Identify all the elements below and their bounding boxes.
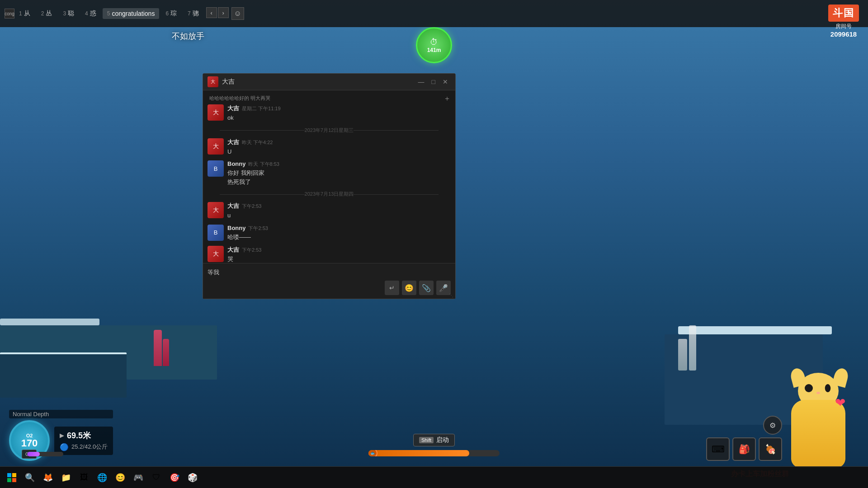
- chat-overflow-text: 哈哈哈哈哈哈好的 明大再哭: [208, 95, 451, 102]
- msg-time-2: 昨天 下午4:22: [242, 139, 273, 146]
- msg-text-4: u: [227, 211, 451, 220]
- chat-close-btn[interactable]: ✕: [440, 77, 451, 86]
- o2-value: 170: [21, 438, 38, 448]
- hud-bag-btn[interactable]: 🎒: [732, 437, 756, 461]
- taskbar-game-btn[interactable]: 🎮: [130, 469, 146, 486]
- hud-right-buttons: ⚙ ⌨ 🎒 🍖: [706, 416, 782, 461]
- hud-stats: ▶ 69.5米 🔵 25.2/42.0公斤: [54, 427, 113, 455]
- emoji-toolbar-btn[interactable]: ☺: [231, 7, 244, 20]
- hud-btn-row-top: ⚙: [763, 416, 782, 435]
- timer-orb: ⏱ 141m: [416, 27, 452, 63]
- toolbar-tab-4[interactable]: 4 惑: [80, 8, 101, 19]
- svg-rect-0: [7, 473, 11, 477]
- weight-icon: 🔵: [60, 443, 69, 451]
- svg-rect-2: [7, 478, 11, 482]
- msg-time-1: 星期二 下午11:19: [242, 105, 281, 112]
- top-toolbar: cong 1 从 2 丛 3 聪 4 惑 5 congratulations 6…: [0, 0, 868, 27]
- hud-settings-btn[interactable]: ⚙: [763, 416, 782, 435]
- next-arrow-btn[interactable]: ›: [218, 7, 229, 18]
- progress-bar: 🐟: [368, 450, 500, 456]
- msg-sender-1: 大吉: [227, 104, 239, 113]
- chat-title-name: 大吉: [222, 78, 235, 86]
- msg-content-3: Bonny 昨天 下午8:53 你好 我刚回家热死我了: [227, 160, 451, 186]
- msg-text-3: 你好 我刚回家热死我了: [227, 169, 451, 186]
- msg-header-2: 大吉 昨天 下午4:22: [227, 138, 451, 146]
- chat-message-4: 大 大吉 下午2:53 u: [208, 202, 451, 220]
- chat-plus-btn[interactable]: ＋: [443, 94, 451, 103]
- msg-sender-4: 大吉: [227, 202, 239, 210]
- chat-emoji-btn[interactable]: 😊: [402, 281, 416, 295]
- hud-btn-row-mid: ⌨ 🎒 🍖: [706, 437, 782, 461]
- toolbar-tab-5[interactable]: 5 congratulations: [103, 8, 160, 19]
- taskbar-edge-btn[interactable]: 🌐: [94, 469, 110, 486]
- shift-badge: Shift: [419, 437, 434, 443]
- taskbar-files-btn[interactable]: 📁: [58, 469, 74, 486]
- chat-minimize-btn[interactable]: —: [415, 77, 427, 86]
- date-divider-1: 2023年7月12日星期三: [208, 127, 451, 134]
- msg-text-1: ok: [227, 113, 451, 122]
- msg-content-5: Bonny 下午2:53 哈喽——: [227, 225, 451, 242]
- tab-icon: cong: [5, 9, 14, 19]
- chat-send-btn[interactable]: ↵: [385, 281, 399, 295]
- msg-time-5: 下午2:53: [248, 225, 268, 232]
- taskbar-target-btn[interactable]: 🎯: [166, 469, 183, 486]
- taskbar-shield-btn[interactable]: 🛡: [148, 469, 165, 486]
- start-button[interactable]: Shift 启动: [413, 434, 455, 446]
- msg-avatar-daji-3: 大: [208, 202, 224, 218]
- taskbar: 🔍 🦊 📁 🖼 🌐 😊 🎮 🛡 🎯 🎲: [0, 466, 868, 488]
- toolbar-tab-7[interactable]: 7 骢: [183, 8, 203, 19]
- msg-sender-3: Bonny: [227, 160, 245, 167]
- taskbar-start-btn[interactable]: [4, 469, 20, 486]
- chat-title-left: 大 大吉: [208, 76, 235, 87]
- msg-avatar-bonny-2: B: [208, 225, 224, 241]
- hud-keyboard-btn[interactable]: ⌨: [706, 437, 730, 461]
- chat-maximize-btn[interactable]: □: [429, 77, 438, 86]
- chat-input-toolbar: ↵ 😊 📎 🎤: [208, 281, 451, 295]
- msg-text-6: 哭: [227, 255, 451, 263]
- floating-text: 不如放手: [172, 31, 204, 42]
- chat-resize-handle[interactable]: ⋱: [449, 293, 453, 298]
- msg-time-4: 下午2:53: [242, 203, 261, 210]
- chat-attach-btn[interactable]: 📎: [419, 281, 434, 295]
- depth-mode-label: Normal Depth: [9, 410, 113, 418]
- msg-header-5: Bonny 下午2:53: [227, 225, 451, 232]
- msg-time-3: 昨天 下午8:53: [248, 161, 279, 168]
- weight-value: 25.2/42.0公斤: [71, 443, 108, 451]
- chat-input-field[interactable]: [208, 267, 451, 278]
- progress-bar-fill: [368, 450, 469, 456]
- chat-titlebar: 大 大吉 — □ ✕: [203, 74, 455, 90]
- chat-body[interactable]: 哈哈哈哈哈哈好的 明大再哭 ＋ 大 大吉 星期二 下午11:19 ok 2023…: [203, 90, 455, 263]
- toolbar-tab-2[interactable]: 2 丛: [37, 8, 57, 19]
- msg-avatar-daji-2: 大: [208, 138, 224, 155]
- chat-message-2: 大 大吉 昨天 下午4:22 U: [208, 138, 451, 156]
- taskbar-firefox-btn[interactable]: 🦊: [40, 469, 56, 486]
- logo-box: 斗国: [828, 5, 859, 22]
- chat-window: 大 大吉 — □ ✕ 哈哈哈哈哈哈好的 明大再哭 ＋ 大 大吉 星期二 下午11…: [203, 73, 456, 299]
- toolbar-tab-6[interactable]: 6 琮: [161, 8, 181, 19]
- health-bar-fill: [27, 452, 40, 456]
- taskbar-emoji-app-btn[interactable]: 😊: [112, 469, 128, 486]
- msg-avatar-daji-1: 大: [208, 104, 224, 121]
- msg-header-1: 大吉 星期二 下午11:19: [227, 104, 451, 113]
- chat-message-5: B Bonny 下午2:53 哈喽——: [208, 225, 451, 242]
- chat-message-1: 大 大吉 星期二 下午11:19 ok: [208, 104, 451, 122]
- room-number: 2099618: [828, 30, 859, 38]
- depth-arrow-icon: ▶: [60, 432, 64, 439]
- mascot-container: ❤: [782, 368, 859, 468]
- hud-item-btn[interactable]: 🍖: [759, 437, 782, 461]
- taskbar-steam-btn[interactable]: 🎲: [184, 469, 201, 486]
- taskbar-search-btn[interactable]: 🔍: [22, 469, 38, 486]
- toolbar-tab-3[interactable]: 3 聪: [58, 8, 79, 19]
- logo-subtitle: 房间号: [828, 23, 859, 30]
- chat-title-avatar: 大: [208, 76, 218, 87]
- msg-sender-5: Bonny: [227, 225, 245, 231]
- heart-icon: ❤: [835, 395, 845, 410]
- prev-arrow-btn[interactable]: ‹: [206, 7, 217, 18]
- msg-content-1: 大吉 星期二 下午11:19 ok: [227, 104, 451, 122]
- msg-avatar-daji-4: 大: [208, 246, 224, 262]
- depth-value: 69.5米: [67, 430, 91, 441]
- taskbar-photoshop-btn[interactable]: 🖼: [76, 469, 92, 486]
- toolbar-tab-1[interactable]: 1 从: [14, 8, 35, 19]
- msg-sender-6: 大吉: [227, 246, 239, 254]
- msg-text-5: 哈喽——: [227, 233, 451, 242]
